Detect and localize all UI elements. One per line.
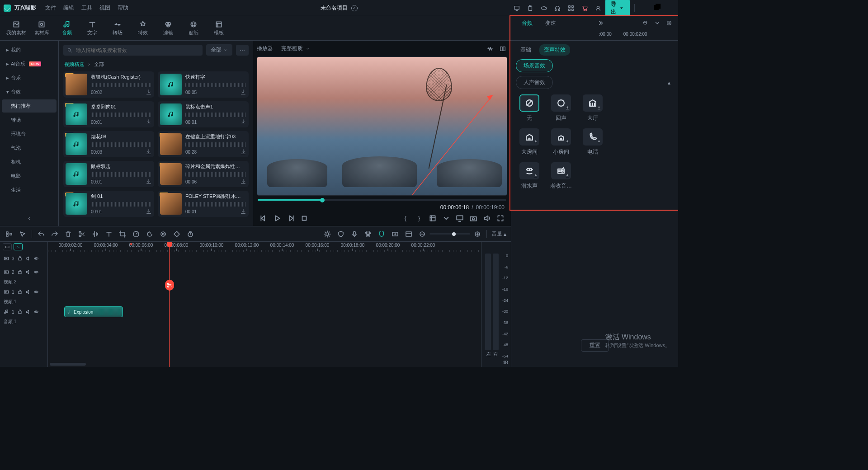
crop-tool-icon[interactable] — [118, 230, 127, 239]
fx-echo[interactable]: 回声 — [548, 94, 574, 122]
cursor-tool-icon[interactable] — [18, 230, 27, 239]
zoom-in-ruler-icon[interactable] — [665, 19, 674, 28]
sidebar-item[interactable]: 相机 — [2, 155, 57, 169]
grid-icon[interactable] — [566, 4, 576, 13]
menu-编辑[interactable]: 编辑 — [60, 2, 78, 14]
more-button[interactable]: ⋯ — [236, 45, 249, 56]
asset-card[interactable]: VIPFOLEY STEP高跟鞋木…00:01 — [158, 191, 249, 217]
sidebar-item[interactable]: 电影 — [2, 169, 57, 183]
marker-icon[interactable] — [159, 230, 168, 239]
menu-视图[interactable]: 视图 — [96, 2, 114, 14]
asset-tab-transition[interactable]: 转场 — [105, 18, 130, 38]
fx-smallroom[interactable]: 小房间 — [548, 128, 574, 156]
sidebar-item[interactable]: ▸AI音乐NEW — [2, 57, 57, 70]
breadcrumb-root[interactable]: 视频精选 — [64, 61, 84, 67]
minimize-button[interactable] — [639, 3, 649, 13]
magnet-icon[interactable] — [5, 230, 14, 239]
track-header[interactable]: 1 — [0, 305, 47, 319]
sidebar-item[interactable]: 气泡 — [2, 141, 57, 155]
asset-tab-template[interactable]: 模板 — [206, 18, 231, 38]
menu-帮助[interactable]: 帮助 — [114, 2, 132, 14]
delete-button[interactable] — [64, 230, 73, 239]
asset-card[interactable]: VIP收银机(Cash Register)00:02 — [63, 71, 154, 98]
compare-icon[interactable] — [498, 44, 507, 53]
timeline-ruler[interactable]: 00:00:02:0000:00:04:0000:00:06:0000:00:0… — [48, 242, 481, 252]
fx-radio[interactable]: 老收音… — [548, 162, 574, 190]
search-field[interactable] — [75, 47, 199, 53]
display-icon[interactable] — [512, 4, 521, 13]
preview-quality-dropdown[interactable]: 完整画质 — [277, 43, 315, 54]
chip-scene-fx[interactable]: 场景音效 — [516, 59, 553, 72]
back-5s-icon[interactable] — [145, 230, 154, 239]
fx-none[interactable]: 无 — [517, 94, 542, 122]
display-icon[interactable] — [456, 214, 464, 222]
asset-card[interactable]: VIP在键盘上沉重地打字0300:28 — [158, 131, 249, 157]
sidebar-item[interactable]: ▸音乐 — [2, 71, 57, 85]
asset-tab-sticker[interactable]: 贴纸 — [181, 18, 206, 38]
asset-tab-text[interactable]: 文字 — [80, 18, 105, 38]
filter-dropdown[interactable]: 全部 — [206, 44, 232, 56]
speed-tool-icon[interactable] — [132, 230, 141, 239]
prev-frame-button[interactable] — [259, 214, 268, 222]
audio-clip[interactable]: Explosion — [64, 306, 123, 317]
bracket-open-icon[interactable]: { — [401, 214, 410, 222]
zoom-slider[interactable] — [429, 233, 470, 235]
view-mode-icon[interactable] — [404, 230, 413, 239]
asset-card[interactable]: 快速打字00:05 — [158, 71, 249, 98]
zoom-out-button[interactable] — [418, 230, 427, 239]
split-button[interactable] — [77, 230, 86, 239]
sidebar-item[interactable]: 转场 — [2, 113, 57, 127]
mic-icon[interactable] — [350, 230, 359, 239]
reset-button[interactable]: 重置 — [581, 339, 609, 352]
close-button[interactable] — [665, 3, 675, 13]
sidebar-item[interactable]: ▾音效 — [2, 85, 57, 99]
asset-tab-lib[interactable]: 素材库 — [29, 18, 54, 38]
asset-card[interactable]: VIP碎片和金属元素爆炸性…00:06 — [158, 161, 249, 187]
track-header[interactable]: 3 — [0, 252, 47, 265]
asset-card[interactable]: 鼠标点击声100:01 — [158, 101, 249, 127]
export-button[interactable]: 导出 — [605, 0, 630, 17]
preview-viewport[interactable] — [257, 56, 507, 196]
user-icon[interactable] — [594, 4, 603, 13]
sidebar-item[interactable]: 热门推荐 — [2, 99, 57, 113]
timer-icon[interactable] — [186, 230, 195, 239]
subtab-voice-fx[interactable]: 变声特效 — [539, 44, 570, 56]
timeline-track-area[interactable]: 00:00:02:0000:00:04:0000:00:06:0000:00:0… — [48, 242, 481, 367]
subtab-basic[interactable]: 基础 — [516, 44, 536, 56]
menu-文件[interactable]: 文件 — [42, 2, 60, 14]
bracket-close-icon[interactable]: } — [415, 214, 423, 222]
chip-voice-fx[interactable]: 人声音效 — [516, 76, 553, 89]
fullscreen-icon[interactable] — [496, 214, 505, 222]
collapse-icon[interactable]: ▴ — [665, 78, 674, 87]
fx-dive[interactable]: 潜水声 — [517, 162, 542, 190]
stop-button[interactable] — [300, 214, 308, 222]
snapshot-icon[interactable] — [469, 214, 477, 222]
track-header[interactable]: 2 — [0, 265, 47, 279]
play-button[interactable] — [273, 214, 281, 222]
fx-bigroom[interactable]: 大房间 — [517, 128, 542, 156]
track-header[interactable]: 1 — [0, 285, 47, 299]
fx-phone[interactable]: 电话 — [580, 128, 605, 156]
shield-icon[interactable] — [336, 230, 345, 239]
mixer-icon[interactable] — [363, 230, 373, 239]
snap-icon[interactable] — [377, 230, 386, 239]
text-tool-icon[interactable] — [104, 230, 113, 239]
cloud-icon[interactable] — [539, 4, 548, 13]
keyframe-icon[interactable] — [172, 230, 181, 239]
crop-icon[interactable] — [429, 214, 437, 222]
zoom-out-ruler-icon[interactable] — [641, 19, 650, 28]
sidebar-item[interactable]: 环境音 — [2, 127, 57, 141]
next-frame-button[interactable] — [287, 214, 295, 222]
asset-tab-my[interactable]: 我的素材 — [4, 18, 29, 38]
clipboard-icon[interactable] — [526, 4, 535, 13]
inspector-collapse-icon[interactable] — [597, 19, 606, 28]
headphone-icon[interactable] — [553, 4, 562, 13]
asset-card[interactable]: 鼠标双击00:01 — [63, 161, 154, 187]
link-toggle-a[interactable] — [3, 243, 12, 250]
maximize-button[interactable] — [652, 3, 662, 13]
timeline-hscrollbar[interactable] — [49, 362, 480, 366]
preview-scrubber[interactable] — [258, 199, 506, 201]
asset-tab-audio[interactable]: 音频 — [54, 18, 80, 38]
chevron-down-icon[interactable] — [442, 214, 450, 222]
sidebar-item[interactable]: 生活 — [2, 183, 57, 197]
